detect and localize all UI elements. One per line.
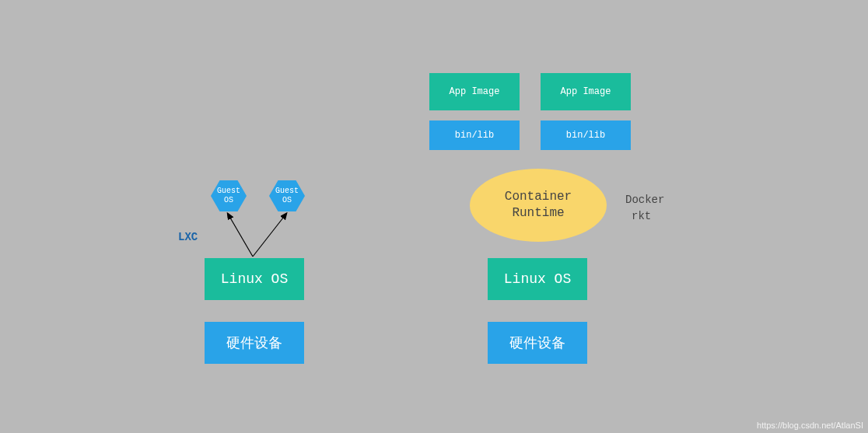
linux-os-left-label: Linux OS [221,271,288,287]
watermark: https://blog.csdn.net/AtlanSI [757,421,863,430]
runtime-side-line1: Docker [625,192,664,208]
app-image-2: App Image [541,73,631,110]
hardware-left-label: 硬件设备 [226,333,282,352]
linux-os-right-label: Linux OS [504,271,571,287]
container-runtime-line2: Runtime [512,205,564,222]
hardware-right: 硬件设备 [488,322,587,364]
binlib-2: bin/lib [541,120,631,150]
svg-line-2 [253,214,286,257]
runtime-side-line2: rkt [625,208,664,225]
container-runtime: Container Runtime [470,169,607,242]
app-image-1: App Image [429,73,520,110]
linux-os-right: Linux OS [488,258,587,300]
binlib-1-label: bin/lib [455,130,494,141]
svg-line-1 [228,214,253,257]
arrows-lxc [205,206,313,262]
app-image-2-label: App Image [561,86,611,97]
linux-os-left: Linux OS [205,258,304,300]
binlib-1: bin/lib [429,120,520,150]
app-image-1-label: App Image [450,86,500,97]
guest-os-label-1: Guest OS [217,187,240,205]
hardware-right-label: 硬件设备 [509,333,565,352]
container-runtime-line1: Container [505,189,572,205]
guest-os-label-2: Guest OS [275,187,299,205]
runtime-side-label: Docker rkt [625,192,664,225]
lxc-label: LXC [178,231,198,243]
hardware-left: 硬件设备 [205,322,304,364]
binlib-2-label: bin/lib [566,130,605,141]
